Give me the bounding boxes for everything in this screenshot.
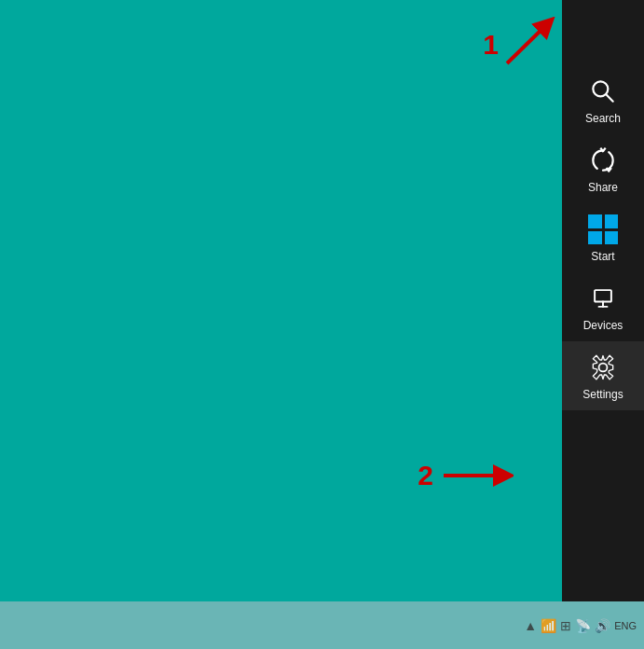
charm-start[interactable]: Start bbox=[562, 203, 644, 272]
svg-line-7 bbox=[507, 24, 547, 63]
annotation-1-number: 1 bbox=[483, 29, 499, 61]
windows-logo bbox=[588, 214, 618, 244]
svg-point-5 bbox=[599, 364, 608, 372]
annotation-1: 1 bbox=[483, 17, 558, 73]
charm-share-label: Share bbox=[588, 181, 618, 194]
taskbar-network-icon: 📶 bbox=[541, 618, 556, 633]
annotation-1-arrow bbox=[502, 17, 558, 73]
desktop bbox=[0, 0, 562, 601]
charm-start-label: Start bbox=[591, 250, 614, 263]
annotation-2-number: 2 bbox=[418, 460, 433, 491]
taskbar-minimize-icon: ▲ bbox=[524, 618, 537, 633]
svg-line-1 bbox=[607, 95, 613, 102]
annotation-2: 2 bbox=[418, 457, 514, 494]
charms-bar: Search Share Start bbox=[562, 0, 644, 601]
charm-settings-label: Settings bbox=[582, 388, 623, 401]
charm-settings[interactable]: Settings bbox=[562, 341, 644, 410]
taskbar-device-icon: ⊞ bbox=[560, 618, 571, 633]
taskbar-language: ENG bbox=[614, 620, 637, 631]
settings-icon bbox=[586, 351, 620, 384]
charm-share[interactable]: Share bbox=[562, 134, 644, 203]
taskbar-wifi-icon: 📡 bbox=[575, 618, 591, 633]
devices-icon bbox=[586, 282, 620, 315]
start-icon bbox=[586, 213, 620, 246]
annotation-2-arrow bbox=[439, 457, 514, 494]
charm-search[interactable]: Search bbox=[562, 65, 644, 134]
charm-devices-label: Devices bbox=[583, 319, 623, 332]
charm-search-label: Search bbox=[585, 112, 621, 125]
search-icon bbox=[586, 75, 620, 108]
share-icon bbox=[586, 144, 620, 177]
taskbar-sound-icon: 🔊 bbox=[595, 618, 610, 633]
charm-devices[interactable]: Devices bbox=[562, 272, 644, 341]
svg-rect-2 bbox=[595, 290, 611, 301]
taskbar: ▲ 📶 ⊞ 📡 🔊 ENG bbox=[0, 601, 644, 649]
